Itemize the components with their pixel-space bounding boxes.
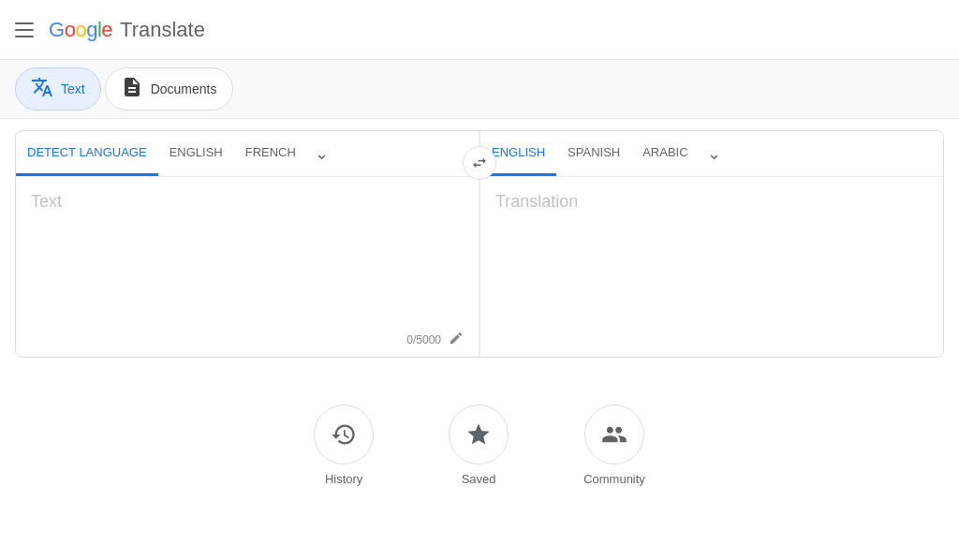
logo-container: Google Translate — [49, 18, 205, 42]
char-count: 0/5000 — [406, 333, 441, 346]
source-lang-bar: DETECT LANGUAGE ENGLISH FRENCH ⌄ — [16, 131, 479, 177]
source-textarea-wrapper — [16, 177, 479, 323]
mode-tabs: Text Documents — [0, 60, 959, 119]
bottom-section: History Saved Community — [0, 405, 959, 486]
history-circle — [314, 405, 374, 464]
saved-label: Saved — [462, 472, 496, 486]
community-item[interactable]: Community — [583, 405, 645, 486]
lang-arabic[interactable]: ARABIC — [631, 131, 699, 176]
lang-english-source[interactable]: ENGLISH — [158, 131, 234, 176]
source-input[interactable] — [31, 192, 464, 304]
translator: DETECT LANGUAGE ENGLISH FRENCH ⌄ 0/5000 — [15, 130, 944, 358]
target-lang-more-button[interactable]: ⌄ — [700, 140, 729, 168]
swap-languages-button[interactable] — [463, 146, 496, 180]
target-panel: ENGLISH SPANISH ARABIC ⌄ Translation — [480, 131, 943, 357]
header: Google Translate — [0, 0, 959, 60]
tab-documents-label: Documents — [151, 81, 217, 96]
community-label: Community — [583, 472, 645, 486]
community-circle — [584, 405, 644, 464]
target-lang-bar: ENGLISH SPANISH ARABIC ⌄ — [480, 131, 943, 177]
history-label: History — [325, 472, 362, 486]
community-icon — [601, 421, 627, 448]
lang-french[interactable]: FRENCH — [234, 131, 307, 176]
lang-spanish[interactable]: SPANISH — [556, 131, 631, 176]
source-lang-more-button[interactable]: ⌄ — [307, 140, 336, 168]
edit-icon[interactable] — [449, 331, 464, 349]
saved-circle — [449, 405, 509, 464]
app-title: Translate — [120, 18, 205, 42]
history-icon — [331, 421, 357, 448]
tab-text-label: Text — [61, 81, 85, 96]
char-count-row: 0/5000 — [16, 323, 479, 357]
tab-text[interactable]: Text — [15, 67, 101, 111]
star-icon — [465, 421, 492, 448]
document-icon — [121, 76, 143, 102]
history-item[interactable]: History — [314, 405, 374, 486]
translate-icon — [31, 76, 53, 102]
source-panel: DETECT LANGUAGE ENGLISH FRENCH ⌄ 0/5000 — [16, 131, 480, 357]
google-logo: Google — [49, 18, 112, 42]
saved-item[interactable]: Saved — [449, 405, 509, 486]
lang-detect[interactable]: DETECT LANGUAGE — [16, 131, 158, 176]
menu-icon[interactable] — [15, 22, 34, 37]
tab-documents[interactable]: Documents — [105, 67, 233, 111]
translation-placeholder: Translation — [480, 177, 943, 357]
